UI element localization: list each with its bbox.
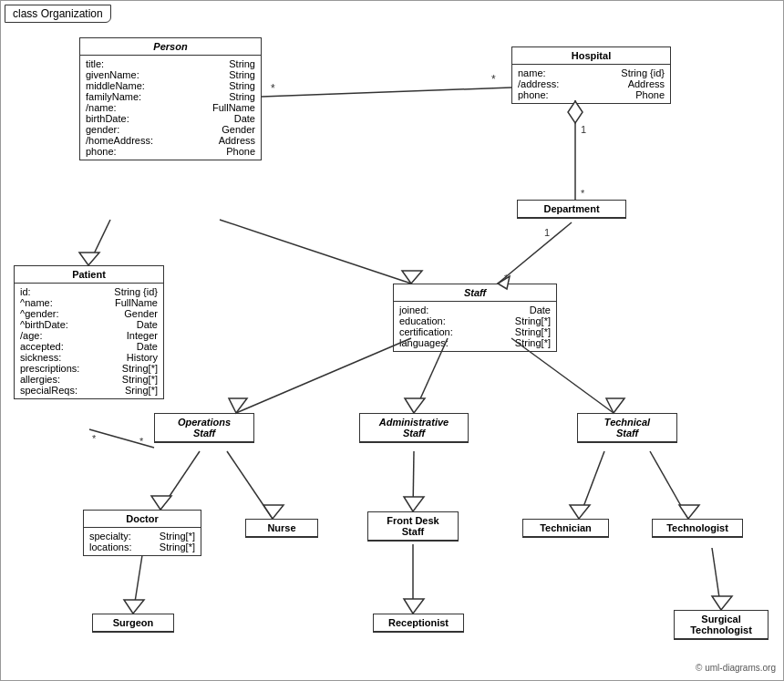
class-person: Person title:String givenName:String mid…	[79, 37, 262, 160]
svg-marker-33	[679, 505, 699, 519]
class-administrative-staff: AdministrativeStaff	[359, 413, 469, 443]
class-front-desk-staff-title: Front DeskStaff	[368, 512, 458, 541]
diagram-title: class Organization	[5, 5, 111, 23]
svg-line-18	[236, 338, 411, 413]
class-technologist-title: Technologist	[653, 520, 742, 537]
svg-line-28	[413, 451, 414, 511]
svg-line-26	[227, 451, 273, 519]
svg-line-34	[133, 555, 142, 614]
svg-marker-12	[79, 253, 99, 265]
class-patient-title: Patient	[15, 266, 163, 284]
class-surgeon-title: Surgeon	[93, 614, 173, 632]
class-surgeon: Surgeon	[92, 614, 174, 633]
class-receptionist-title: Receptionist	[374, 614, 463, 632]
svg-text:*: *	[92, 433, 97, 444]
svg-line-13	[220, 220, 411, 284]
class-technologist: Technologist	[652, 519, 743, 538]
svg-line-11	[88, 220, 110, 265]
watermark: © uml-diagrams.org	[696, 663, 776, 673]
class-technical-staff: TechnicalStaff	[577, 413, 677, 443]
svg-marker-29	[404, 497, 424, 511]
svg-marker-35	[124, 600, 144, 614]
svg-text:*: *	[504, 273, 509, 284]
svg-line-24	[160, 451, 200, 510]
svg-marker-23	[606, 398, 624, 413]
svg-line-32	[650, 451, 688, 519]
class-operations-staff-title: OperationsStaff	[155, 414, 253, 442]
class-doctor: Doctor specialty:String[*] locations:Str…	[83, 510, 201, 556]
class-technician: Technician	[522, 519, 609, 538]
class-operations-staff: OperationsStaff	[154, 413, 254, 443]
svg-line-30	[579, 451, 604, 519]
class-technician-title: Technician	[523, 520, 608, 537]
svg-line-15	[89, 429, 154, 448]
svg-line-38	[712, 548, 721, 610]
svg-marker-25	[151, 496, 171, 510]
svg-line-0	[262, 88, 511, 97]
class-receptionist: Receptionist	[373, 614, 464, 633]
class-administrative-staff-title: AdministrativeStaff	[360, 414, 468, 442]
class-surgical-technologist: SurgicalTechnologist	[674, 610, 769, 640]
svg-marker-27	[263, 505, 284, 519]
class-front-desk-staff: Front DeskStaff	[367, 511, 459, 542]
svg-marker-39	[712, 596, 732, 610]
svg-text:*: *	[139, 436, 144, 447]
class-department: Department	[517, 200, 626, 219]
class-patient: Patient id:String {id} ^name:FullName ^g…	[14, 265, 164, 399]
class-staff-body: joined:Date education:String[*] certific…	[394, 302, 556, 351]
class-person-body: title:String givenName:String middleName…	[80, 56, 261, 160]
svg-marker-4	[568, 101, 583, 123]
svg-text:*: *	[271, 82, 275, 95]
class-surgical-technologist-title: SurgicalTechnologist	[675, 611, 768, 639]
svg-line-7	[498, 222, 572, 284]
class-hospital-body: name:String {id} /address:Address phone:…	[512, 65, 670, 103]
class-patient-body: id:String {id} ^name:FullName ^gender:Ge…	[15, 284, 163, 398]
svg-text:*: *	[581, 188, 585, 199]
class-staff: Staff joined:Date education:String[*] ce…	[393, 284, 557, 352]
class-nurse: Nurse	[245, 519, 318, 538]
class-staff-title: Staff	[394, 284, 556, 302]
svg-marker-31	[570, 505, 590, 519]
class-technical-staff-title: TechnicalStaff	[578, 414, 676, 442]
svg-marker-37	[404, 599, 424, 614]
svg-marker-21	[405, 398, 425, 413]
class-doctor-body: specialty:String[*] locations:String[*]	[84, 528, 201, 555]
class-hospital: Hospital name:String {id} /address:Addre…	[511, 46, 671, 104]
svg-text:1: 1	[544, 227, 550, 238]
svg-text:*: *	[491, 73, 496, 86]
svg-text:1: 1	[581, 124, 586, 135]
class-department-title: Department	[518, 201, 625, 218]
class-hospital-title: Hospital	[512, 47, 670, 65]
svg-marker-19	[229, 398, 247, 413]
svg-marker-14	[402, 271, 422, 284]
diagram-container: class Organization Person title:String g…	[0, 0, 784, 681]
class-person-title: Person	[80, 38, 261, 56]
class-nurse-title: Nurse	[246, 520, 317, 537]
class-doctor-title: Doctor	[84, 511, 201, 528]
